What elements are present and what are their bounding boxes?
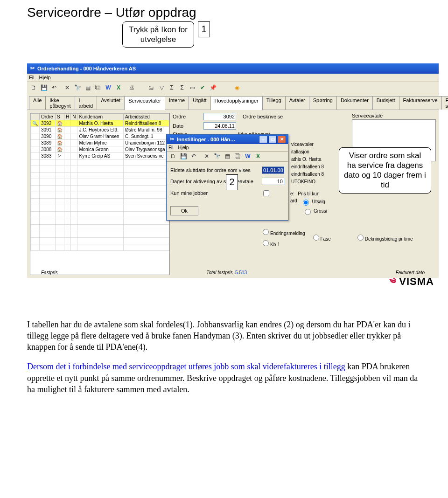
order-grid[interactable]: Ordre S H N Kundenavn Arbeidssted 🔍3092🏠… bbox=[30, 113, 170, 275]
sigma2-icon[interactable]: Σ bbox=[177, 83, 187, 92]
callout-right: Viser ordre som skal ha service fra dage… bbox=[339, 147, 431, 194]
main-menubar[interactable]: Fil Hjelp bbox=[27, 74, 439, 82]
table-row[interactable] bbox=[31, 172, 169, 179]
rtab-hovedopplysninger[interactable]: Hovedopplysninger bbox=[210, 97, 263, 110]
excel-icon[interactable]: X bbox=[114, 83, 123, 92]
radio-utsalg[interactable] bbox=[303, 200, 309, 206]
dialog-minimize-button[interactable]: – bbox=[259, 136, 267, 143]
label-ordre-beskr: Ordre beskrivelse bbox=[243, 114, 283, 119]
callout-number-2: 2 bbox=[226, 174, 238, 190]
table-row[interactable] bbox=[31, 231, 169, 237]
dialog-close-button[interactable]: ✕ bbox=[278, 136, 286, 143]
table-row[interactable] bbox=[31, 244, 169, 250]
dlg-ok-button[interactable]: Ok bbox=[170, 206, 198, 215]
sigma-icon[interactable]: Σ bbox=[167, 83, 176, 92]
table-row[interactable]: 3088🏠Monica GrønnOlav Trygvasonsga bbox=[31, 146, 169, 152]
price-radio-group: e: Pris til kun ard Utsalg Grossi bbox=[290, 191, 327, 215]
tab-i-arbeid[interactable]: I arbeid bbox=[75, 96, 98, 110]
dlg-new-icon[interactable]: 🗋 bbox=[168, 152, 178, 161]
rtab-dokumenter[interactable]: Dokumenter bbox=[336, 96, 373, 110]
callout-top: Trykk på Ikon for utvelgelse bbox=[122, 21, 194, 48]
check-icon[interactable]: ✔ bbox=[198, 83, 207, 92]
list-icon[interactable]: ▤ bbox=[83, 83, 92, 92]
table-row[interactable]: 3089🏠Melvin MyhreUranienborgvn 112 bbox=[31, 139, 169, 146]
dlg-delete-icon[interactable]: ✕ bbox=[202, 152, 211, 161]
radio-dekningsbidrag[interactable] bbox=[357, 235, 364, 241]
table-row[interactable] bbox=[31, 224, 169, 231]
rtab-tillegg[interactable]: Tillegg bbox=[262, 96, 286, 110]
input-dato[interactable] bbox=[203, 122, 236, 130]
dialog-menu-hjelp[interactable]: Hjelp bbox=[178, 145, 189, 150]
table-row[interactable] bbox=[31, 218, 169, 224]
tab-serviceavtaler[interactable]: Serviceavtaler bbox=[124, 97, 165, 110]
rtab-fakturareserve[interactable]: Fakturareserve bbox=[399, 96, 442, 110]
table-row[interactable]: 3091🏠J.C. Høybroes Eftf.Østre Murallm. 9… bbox=[31, 126, 169, 133]
radio-kb1[interactable] bbox=[263, 240, 269, 246]
table-row[interactable] bbox=[31, 166, 169, 172]
back-icon[interactable]: ↶ bbox=[49, 83, 59, 92]
table-row[interactable] bbox=[31, 179, 169, 185]
table-row[interactable]: 🔍3092🏠Mathis O. HættaReindriftsalleen 8 bbox=[31, 120, 169, 126]
dlg-f3-label: Kun mine jobber bbox=[170, 190, 208, 196]
tool-a-icon[interactable]: 🗂 bbox=[147, 83, 156, 92]
bottom-summary: Fastpris Total fastpris 5.513 Fakturert … bbox=[41, 270, 425, 275]
table-row[interactable] bbox=[31, 159, 169, 166]
table-row[interactable] bbox=[31, 192, 169, 198]
dlg-f3-checkbox[interactable] bbox=[263, 190, 269, 196]
card-icon[interactable]: ▭ bbox=[188, 83, 197, 92]
rtab-avtaler[interactable]: Avtaler bbox=[285, 96, 309, 110]
filter-icon[interactable]: ▽ bbox=[157, 83, 166, 92]
dlg-word-icon[interactable]: W bbox=[243, 152, 252, 161]
table-row[interactable]: 3090🏠Olav Grant-HansenC. Sundsgt. 1 bbox=[31, 133, 169, 139]
dialog-maximize-button[interactable]: ▭ bbox=[268, 136, 277, 143]
tab-utgatt[interactable]: Utgått bbox=[189, 96, 210, 110]
select-glow-icon[interactable]: ◉ bbox=[232, 83, 242, 92]
visma-logo: ༄ VISMA bbox=[390, 275, 434, 289]
tab-ikke-pabegynt[interactable]: Ikke påbegynt bbox=[45, 96, 75, 110]
main-window-titlebar: ✂ Ordrebehandling - 000 Håndverkeren AS bbox=[27, 63, 439, 74]
radio-grossi[interactable] bbox=[305, 209, 311, 215]
dlg-copy-icon[interactable]: ⿻ bbox=[233, 152, 242, 161]
table-row[interactable] bbox=[31, 205, 169, 211]
main-tabs: Alle Ikke påbegynt I arbeid Avsluttet Se… bbox=[27, 94, 439, 110]
rtab-sporring[interactable]: Spørring bbox=[309, 96, 337, 110]
menu-fil[interactable]: Fil bbox=[29, 75, 35, 80]
main-window-title: Ordrebehandling - 000 Håndverkeren AS bbox=[37, 66, 136, 71]
new-icon[interactable]: 🗋 bbox=[29, 83, 38, 92]
dlg-save-icon[interactable]: 💾 bbox=[179, 152, 188, 161]
table-row[interactable]: 3083🏳Kyrre Greip ASSven Svensens ve bbox=[31, 152, 169, 159]
main-toolbar: 🗋 💾 ↶ ✕ 🔭 ▤ ⿻ W X 🖨 🗂 ▽ Σ Σ ▭ ✔ 📌 ◉ bbox=[27, 82, 439, 94]
description-link[interactable]: Dersom det i forbindelse med serviceoppd… bbox=[27, 362, 345, 371]
dialog-menu-fil[interactable]: Fil bbox=[168, 145, 174, 150]
word-icon[interactable]: W bbox=[104, 83, 113, 92]
tab-alle[interactable]: Alle bbox=[29, 96, 46, 110]
dialog-title: Innstillinger - 000 Hån… bbox=[177, 137, 235, 142]
tab-interne[interactable]: Interne bbox=[165, 96, 189, 110]
delete-icon[interactable]: ✕ bbox=[63, 83, 72, 92]
dlg-find-icon[interactable]: 🔭 bbox=[212, 152, 222, 161]
save-icon[interactable]: 💾 bbox=[39, 83, 49, 92]
table-row[interactable] bbox=[31, 237, 169, 244]
label-dato: Dato bbox=[173, 123, 202, 129]
find-icon[interactable]: 🔭 bbox=[73, 83, 82, 92]
table-row[interactable] bbox=[31, 185, 169, 192]
radio-endringsmelding[interactable] bbox=[263, 229, 269, 235]
table-row[interactable] bbox=[31, 198, 169, 205]
callout-number-1: 1 bbox=[198, 21, 210, 37]
menu-hjelp[interactable]: Hjelp bbox=[39, 75, 51, 80]
input-ordre[interactable] bbox=[203, 113, 236, 120]
pin-icon[interactable]: 📌 bbox=[208, 83, 217, 92]
dlg-f2-input[interactable] bbox=[262, 178, 284, 185]
dlg-f1-input[interactable] bbox=[262, 166, 284, 174]
print-icon[interactable]: 🖨 bbox=[127, 83, 136, 92]
tab-avsluttet[interactable]: Avsluttet bbox=[97, 96, 125, 110]
dlg-excel-icon[interactable]: X bbox=[253, 152, 263, 161]
rtab-priser-service[interactable]: Priser service bbox=[441, 96, 448, 110]
table-row[interactable] bbox=[31, 211, 169, 218]
copy-icon[interactable]: ⿻ bbox=[93, 83, 103, 92]
dlg-back-icon[interactable]: ↶ bbox=[189, 152, 198, 161]
label-serviceavtale: Serviceavtale bbox=[352, 113, 436, 118]
dlg-list-icon[interactable]: ▤ bbox=[223, 152, 232, 161]
radio-fase[interactable] bbox=[313, 235, 319, 241]
rtab-budsjett[interactable]: Budsjett bbox=[372, 96, 399, 110]
